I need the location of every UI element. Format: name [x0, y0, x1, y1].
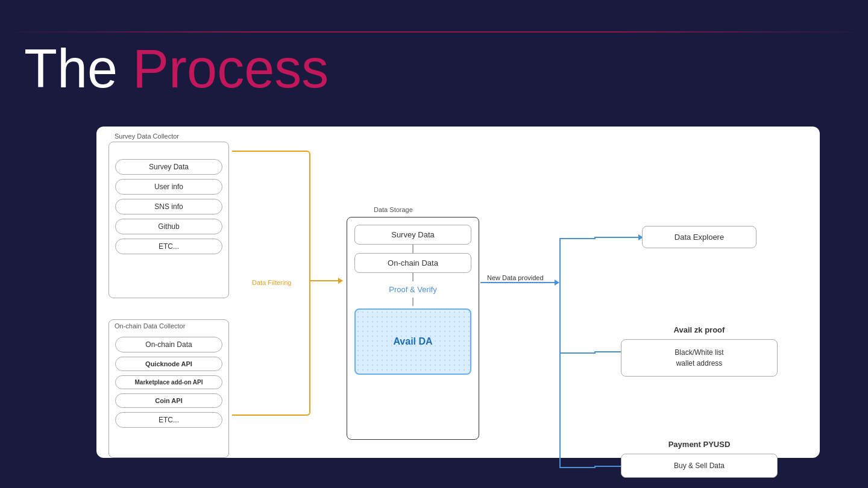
data-storage-label: Data Storage — [374, 206, 413, 213]
marketplace-api-item: Marketplace add-on API — [115, 375, 222, 389]
sns-info-item: SNS info — [115, 199, 222, 214]
data-storage-items: Survey Data On-chain Data Proof & Verify… — [354, 225, 471, 375]
diagram-container: Survey Data Collector Survey Data User i… — [96, 127, 820, 458]
title-process: Process — [133, 39, 329, 99]
page-background: The Process Survey Data Collector Survey… — [0, 0, 868, 488]
right-arrow-top — [594, 237, 643, 238]
blue-mid-line — [559, 352, 596, 354]
payment-title: Payment PYUSD — [621, 440, 778, 449]
onchain-collector-box: On-chain Data Quicknode API Marketplace … — [108, 319, 229, 458]
connector-3 — [412, 298, 414, 306]
avail-zk-title: Avail zk proof — [621, 325, 778, 334]
blue-bottom-line — [559, 467, 596, 468]
connector-1 — [412, 245, 414, 253]
odc-etc-item: ETC... — [115, 412, 222, 428]
data-storage-box: Survey Data On-chain Data Proof & Verify… — [347, 217, 479, 440]
payment-section: Payment PYUSD Buy & Sell Data — [621, 440, 778, 478]
coin-api-item: Coin API — [115, 393, 222, 408]
orange-arrow — [309, 280, 342, 281]
github-item: Github — [115, 219, 222, 234]
new-data-label: New Data provided — [487, 274, 544, 281]
payment-box: Buy & Sell Data — [621, 454, 778, 478]
ds-onchain-data: On-chain Data — [354, 253, 471, 273]
user-info-item: User info — [115, 179, 222, 195]
avail-zk-section: Avail zk proof Black/White listwallet ad… — [621, 325, 778, 377]
onchain-data-item: On-chain Data — [115, 337, 222, 352]
top-line — [0, 31, 868, 33]
data-exploere-box: Data Exploere — [642, 226, 756, 248]
quicknode-api-item: Quicknode API — [115, 357, 222, 371]
page-title: The Process — [24, 39, 329, 99]
proof-verify-text: Proof & Verify — [354, 281, 471, 298]
avail-da-box: Avail DA — [354, 308, 471, 375]
onchain-collector-items: On-chain Data Quicknode API Marketplace … — [115, 337, 222, 428]
avail-zk-box: Black/White listwallet address — [621, 339, 778, 377]
payment-content: Buy & Sell Data — [674, 461, 725, 470]
survey-data-item: Survey Data — [115, 159, 222, 175]
new-data-arrow — [480, 282, 559, 283]
sdc-etc-item: ETC... — [115, 239, 222, 254]
title-the: The — [24, 39, 133, 99]
ds-survey-data: Survey Data — [354, 225, 471, 245]
data-filtering-label: Data Filtering — [252, 279, 291, 286]
data-exploere-label: Data Exploere — [675, 233, 724, 242]
connector-2 — [412, 273, 414, 281]
survey-collector-box: Survey Data User info SNS info Github ET… — [108, 142, 229, 298]
avail-da-text: Avail DA — [393, 336, 432, 347]
survey-collector-items: Survey Data User info SNS info Github ET… — [115, 159, 222, 254]
blue-top-line — [559, 238, 596, 239]
survey-collector-label: Survey Data Collector — [115, 133, 179, 140]
